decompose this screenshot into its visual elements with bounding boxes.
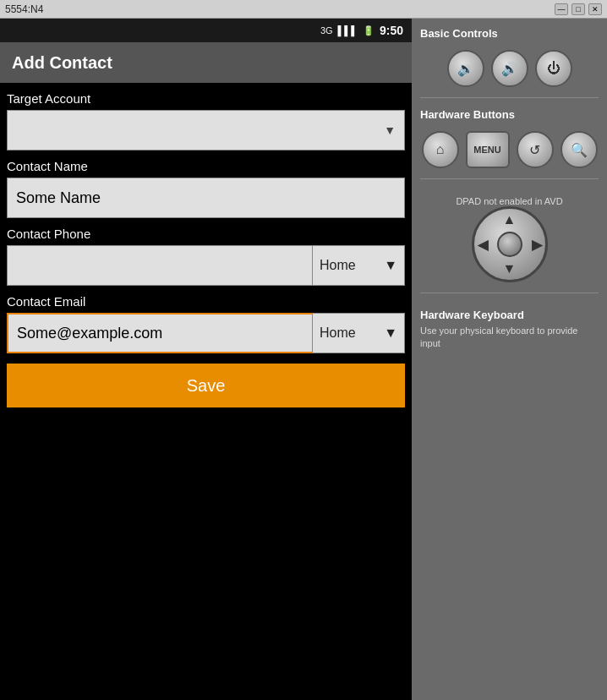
search-icon: 🔍 bbox=[571, 142, 588, 158]
hardware-buttons-row: ⌂ MENU ↺ 🔍 bbox=[420, 131, 599, 168]
search-button[interactable]: 🔍 bbox=[561, 131, 598, 168]
signal-bars-icon: ▌▌▌ bbox=[338, 25, 358, 36]
basic-controls-title: Basic Controls bbox=[420, 27, 599, 40]
save-button[interactable]: Save bbox=[7, 364, 405, 407]
target-account-arrow-icon: ▼ bbox=[384, 123, 396, 137]
app-bar-title: Add Contact bbox=[12, 53, 112, 73]
target-account-dropdown[interactable]: ▼ bbox=[7, 110, 405, 150]
window-controls: — □ ✕ bbox=[555, 3, 602, 15]
right-panel: Basic Controls 🔉 🔊 ⏻ Hardware Buttons ⌂ … bbox=[412, 19, 607, 700]
power-icon: ⏻ bbox=[547, 61, 561, 76]
status-time: 9:50 bbox=[380, 24, 403, 37]
power-button[interactable]: ⏻ bbox=[535, 50, 572, 87]
android-emulator-screen: 3G ▌▌▌ 🔋 9:50 Add Contact Target Account… bbox=[0, 19, 412, 700]
contact-email-label: Contact Email bbox=[7, 294, 405, 309]
form-area: Target Account ▼ Contact Name Contact Ph… bbox=[0, 83, 412, 700]
contact-phone-label: Contact Phone bbox=[7, 227, 405, 241]
maximize-button[interactable]: □ bbox=[571, 3, 585, 15]
menu-button[interactable]: MENU bbox=[466, 131, 510, 168]
target-account-label: Target Account bbox=[7, 91, 405, 106]
back-icon: ↺ bbox=[529, 142, 540, 158]
app-bar: Add Contact bbox=[0, 42, 412, 83]
window-title: 5554:N4 bbox=[5, 3, 43, 15]
dpad-left-icon: ◀ bbox=[478, 237, 488, 253]
phone-type-value: Home bbox=[320, 258, 356, 273]
menu-icon: MENU bbox=[473, 145, 500, 155]
volume-down-button[interactable]: 🔉 bbox=[447, 50, 484, 87]
minimize-button[interactable]: — bbox=[555, 3, 568, 15]
separator-2 bbox=[420, 178, 599, 179]
phone-type-dropdown[interactable]: Home ▼ bbox=[312, 245, 405, 286]
phone-type-arrow-icon: ▼ bbox=[384, 258, 397, 273]
volume-down-icon: 🔉 bbox=[457, 61, 474, 77]
email-type-dropdown[interactable]: Home ▼ bbox=[312, 313, 405, 353]
dpad-down-icon: ▼ bbox=[503, 261, 517, 276]
network-indicator: 3G bbox=[320, 25, 333, 36]
dpad-container: DPAD not enabled in AVD ▲ ◀ ▶ ▼ bbox=[420, 193, 599, 282]
hardware-buttons-title: Hardware Buttons bbox=[420, 108, 599, 121]
hardware-keyboard-title: Hardware Keyboard bbox=[420, 309, 599, 321]
contact-name-label: Contact Name bbox=[7, 159, 405, 173]
title-bar: 5554:N4 — □ ✕ bbox=[0, 0, 607, 19]
hardware-keyboard-desc: Use your physical keyboard to provide in… bbox=[420, 325, 599, 351]
contact-email-row: Home ▼ bbox=[7, 313, 405, 353]
separator-3 bbox=[420, 293, 599, 293]
dpad-control[interactable]: ▲ ◀ ▶ ▼ bbox=[472, 206, 548, 282]
volume-up-button[interactable]: 🔊 bbox=[491, 50, 528, 87]
contact-phone-row: Home ▼ bbox=[7, 245, 405, 286]
email-type-value: Home bbox=[320, 325, 356, 341]
dpad-center-button[interactable] bbox=[497, 232, 522, 257]
email-type-arrow-icon: ▼ bbox=[384, 325, 397, 341]
hardware-keyboard-section: Hardware Keyboard Use your physical keyb… bbox=[420, 309, 599, 351]
battery-icon: 🔋 bbox=[363, 25, 375, 36]
status-bar: 3G ▌▌▌ 🔋 9:50 bbox=[0, 19, 412, 42]
dpad-up-icon: ▲ bbox=[503, 212, 517, 227]
contact-phone-input[interactable] bbox=[7, 245, 312, 286]
separator-1 bbox=[420, 97, 599, 98]
home-button[interactable]: ⌂ bbox=[422, 131, 459, 168]
volume-up-icon: 🔊 bbox=[501, 61, 518, 77]
contact-email-input[interactable] bbox=[7, 313, 312, 353]
back-button[interactable]: ↺ bbox=[517, 131, 554, 168]
dpad-disabled-label: DPAD not enabled in AVD bbox=[456, 196, 562, 206]
home-icon: ⌂ bbox=[436, 142, 445, 157]
basic-controls-row: 🔉 🔊 ⏻ bbox=[420, 50, 599, 87]
close-button[interactable]: ✕ bbox=[588, 3, 602, 15]
contact-name-input[interactable] bbox=[7, 178, 405, 218]
dpad-right-icon: ▶ bbox=[532, 237, 542, 253]
